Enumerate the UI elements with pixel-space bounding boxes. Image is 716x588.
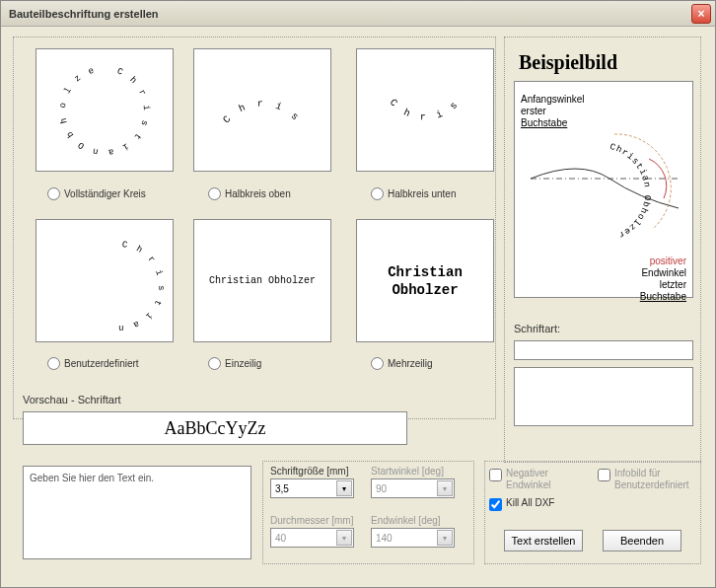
thumb-multi-line[interactable]: Christian Obholzer <box>356 219 494 342</box>
font-label: Schriftart: <box>514 323 560 334</box>
thumb-full-circle[interactable]: C h r i s t i a n O b h o l z e r <box>36 48 174 172</box>
radio-single-line[interactable]: Einzeilig <box>208 357 261 370</box>
radio-half-top[interactable]: Halbkreis oben <box>208 187 291 200</box>
chevron-down-icon[interactable]: ▾ <box>437 530 453 546</box>
font-list[interactable] <box>514 367 693 426</box>
thumb-half-bottom[interactable]: C h r i s t i a n <box>356 48 494 172</box>
preview-box: AaBbCcYyZz <box>23 411 407 445</box>
ex-startangle: Anfangswinkel erster Buchstabe <box>521 94 686 129</box>
field-font-size: Schriftgröße [mm] 3,5▾ <box>270 466 354 498</box>
check-info-ud[interactable]: Infobild für Benutzerdefiniert <box>598 468 689 491</box>
svg-text:C h r i s t i a n: C h r i s t i a n <box>203 56 309 131</box>
dialog-window: Bauteilbeschriftung erstellen × C h r i … <box>0 0 716 588</box>
multiline-l2: Obholzer <box>392 281 458 299</box>
close-button[interactable]: × <box>691 4 711 24</box>
ex-endangle: positiver Endwinkel letzter Buchstabe <box>521 256 686 303</box>
radio-full-circle[interactable]: Vollständiger Kreis <box>47 187 146 200</box>
example-heading: Beispielbild <box>519 51 617 74</box>
font-name-input[interactable] <box>514 340 693 360</box>
preview-label: Vorschau - Schriftart <box>23 394 121 405</box>
create-text-button[interactable]: Text erstellen <box>504 530 583 551</box>
chevron-down-icon[interactable]: ▾ <box>437 480 453 496</box>
chevron-down-icon[interactable]: ▾ <box>336 480 352 496</box>
check-neg-end[interactable]: Negativer Endwinkel <box>489 468 551 491</box>
check-kill-dxf[interactable]: Kill All DXF <box>489 497 554 511</box>
example-image: Anfangswinkel erster Buchstabe Christian… <box>514 81 693 298</box>
text-input[interactable]: Geben Sie hier den Text ein. <box>23 466 251 559</box>
font-size-combo[interactable]: 3,5▾ <box>270 478 354 498</box>
radio-half-bottom[interactable]: Halbkreis unten <box>371 187 456 200</box>
field-end-angle: Endwinkel [deg] 140▾ <box>371 515 455 548</box>
title-bar: Bauteilbeschriftung erstellen × <box>1 1 715 27</box>
thumb-half-top[interactable]: C h r i s t i a n <box>193 48 331 172</box>
example-diagram: Christian Obholzer <box>521 129 688 248</box>
radio-user-defined[interactable]: Benutzerdefiniert <box>47 357 139 370</box>
diameter-combo[interactable]: 40▾ <box>270 528 354 548</box>
svg-text:C h r i s t i a n   O b h o l : C h r i s t i a n O b h o l z e r <box>45 56 151 157</box>
chevron-down-icon[interactable]: ▾ <box>336 530 352 546</box>
thumb-user-defined[interactable]: C h r i s t i a n O b h o l z e r <box>36 219 174 342</box>
end-angle-combo[interactable]: 140▾ <box>371 528 455 548</box>
svg-text:C h r i s t i a n   O b h o l : C h r i s t i a n O b h o l z e r <box>45 227 164 332</box>
field-start-angle: Startwinkel [deg] 90▾ <box>371 466 455 498</box>
close-dialog-button[interactable]: Beenden <box>603 530 681 551</box>
thumb-single-line[interactable]: Christian Obholzer <box>193 219 331 342</box>
svg-text:C h r i s t i a n: C h r i s t i a n <box>366 56 467 122</box>
field-diameter: Durchmesser [mm] 40▾ <box>270 515 354 548</box>
content-area: C h r i s t i a n O b h o l z e r C h r … <box>1 27 715 587</box>
multiline-l1: Christian <box>388 263 463 281</box>
window-title: Bauteilbeschriftung erstellen <box>5 8 691 20</box>
radio-multi-line[interactable]: Mehrzeilig <box>371 357 433 370</box>
start-angle-combo[interactable]: 90▾ <box>371 478 455 498</box>
